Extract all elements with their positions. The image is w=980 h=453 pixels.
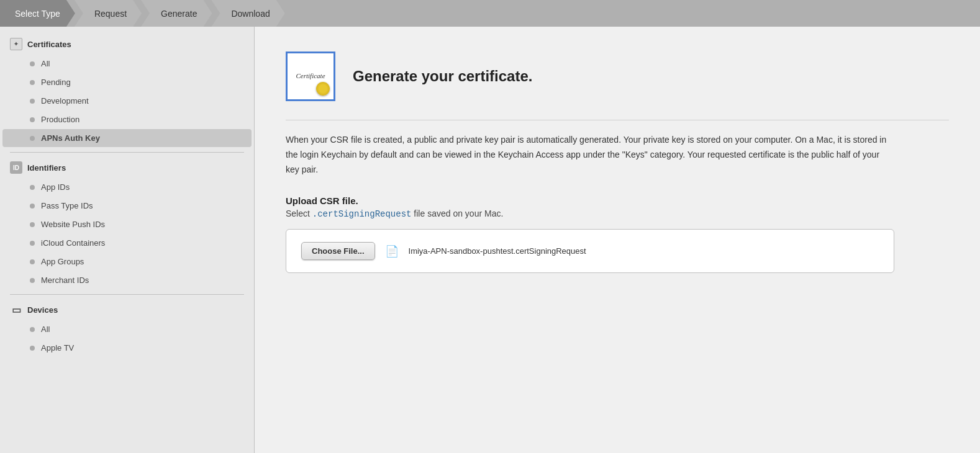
certificates-header: ✦ Certificates bbox=[0, 34, 254, 54]
sidebar-item-icloud-containers[interactable]: iCloud Containers bbox=[2, 234, 252, 252]
bullet-icon bbox=[30, 136, 35, 141]
bullet-icon bbox=[30, 222, 35, 227]
certificates-icon: ✦ bbox=[10, 38, 22, 50]
selected-file-name: Imiya-APN-sandbox-pushtest.certSigningRe… bbox=[409, 246, 586, 256]
wizard-step-generate[interactable]: Generate bbox=[141, 0, 212, 27]
bullet-icon bbox=[30, 117, 35, 122]
cert-seal bbox=[316, 82, 330, 96]
sidebar-item-apple-tv[interactable]: Apple TV bbox=[2, 339, 252, 357]
main-layout: ✦ Certificates All Pending Development P… bbox=[0, 27, 980, 453]
bullet-icon bbox=[30, 278, 35, 283]
wizard-step-download[interactable]: Download bbox=[211, 0, 284, 27]
bullet-icon bbox=[30, 185, 35, 190]
sidebar-item-certs-all[interactable]: All bbox=[2, 55, 252, 73]
wizard-bar: Select Type Request Generate Download bbox=[0, 0, 980, 27]
sidebar-item-website-push-ids[interactable]: Website Push IDs bbox=[2, 215, 252, 233]
identifiers-header: ID Identifiers bbox=[0, 158, 254, 177]
cert-thumb-text: Certificate bbox=[296, 72, 325, 80]
sidebar-item-devices-all[interactable]: All bbox=[2, 320, 252, 338]
upload-sub: Select .certSigningRequest file saved on… bbox=[286, 209, 949, 219]
sidebar-section-certificates: ✦ Certificates All Pending Development P… bbox=[0, 34, 254, 147]
bullet-icon bbox=[30, 241, 35, 246]
divider-ids-devices bbox=[10, 294, 244, 295]
upload-box: Choose File... 📄 Imiya-APN-sandbox-pusht… bbox=[286, 229, 894, 273]
devices-icon: ▭ bbox=[10, 303, 22, 316]
sidebar-item-app-ids[interactable]: App IDs bbox=[2, 178, 252, 196]
wizard-step-select-type[interactable]: Select Type bbox=[0, 0, 75, 27]
bullet-icon bbox=[30, 259, 35, 264]
sidebar-item-merchant-ids[interactable]: Merchant IDs bbox=[2, 271, 252, 289]
sidebar-section-identifiers: ID Identifiers App IDs Pass Type IDs Web… bbox=[0, 158, 254, 289]
cert-thumbnail: Certificate bbox=[286, 52, 335, 101]
bullet-icon bbox=[30, 99, 35, 104]
sidebar-item-apns-auth-key[interactable]: APNs Auth Key bbox=[2, 129, 252, 147]
bullet-icon bbox=[30, 80, 35, 85]
sidebar-item-app-groups[interactable]: App Groups bbox=[2, 253, 252, 271]
choose-file-button[interactable]: Choose File... bbox=[301, 242, 375, 260]
devices-header: ▭ Devices bbox=[0, 300, 254, 320]
file-icon: 📄 bbox=[385, 244, 399, 258]
content-area: Certificate Generate your certificate. W… bbox=[255, 27, 980, 453]
csr-filename-code: .certSigningRequest bbox=[312, 209, 412, 219]
identifiers-icon: ID bbox=[10, 161, 22, 174]
sidebar-item-certs-development[interactable]: Development bbox=[2, 92, 252, 110]
page-title: Generate your certificate. bbox=[353, 68, 532, 85]
sidebar-item-certs-production[interactable]: Production bbox=[2, 110, 252, 128]
wizard-step-request[interactable]: Request bbox=[75, 0, 142, 27]
sidebar-item-certs-pending[interactable]: Pending bbox=[2, 73, 252, 91]
bullet-icon bbox=[30, 204, 35, 209]
sidebar-section-devices: ▭ Devices All Apple TV bbox=[0, 300, 254, 357]
cert-header: Certificate Generate your certificate. bbox=[286, 52, 949, 101]
content-divider-top bbox=[286, 120, 949, 120]
sidebar: ✦ Certificates All Pending Development P… bbox=[0, 27, 255, 453]
divider-certs-ids bbox=[10, 152, 244, 153]
bullet-icon bbox=[30, 327, 35, 332]
sidebar-item-pass-type-ids[interactable]: Pass Type IDs bbox=[2, 197, 252, 215]
bullet-icon bbox=[30, 346, 35, 351]
bullet-icon bbox=[30, 61, 35, 66]
upload-label: Upload CSR file. bbox=[286, 195, 949, 206]
upload-section: Upload CSR file. Select .certSigningRequ… bbox=[286, 195, 949, 273]
info-paragraph: When your CSR file is created, a public … bbox=[286, 133, 894, 177]
